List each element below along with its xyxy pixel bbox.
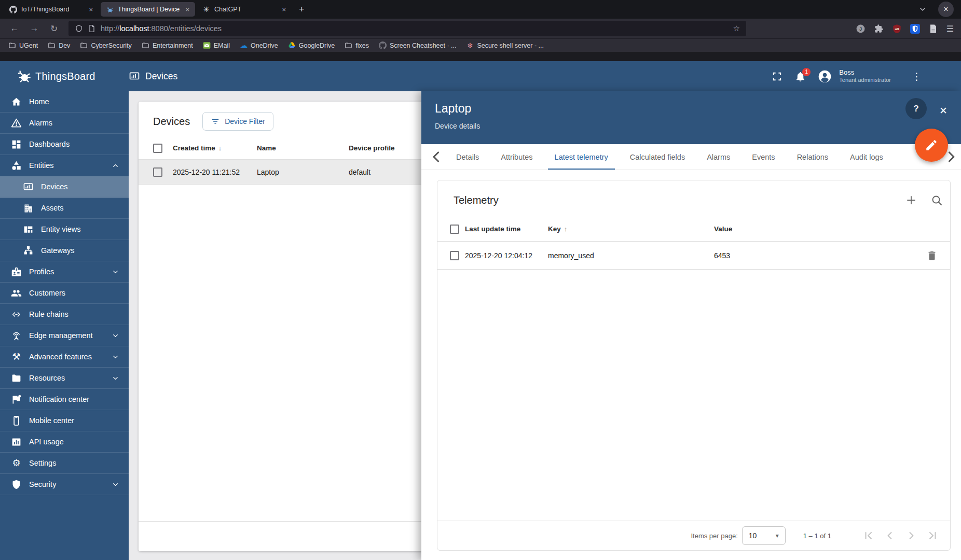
bookmark-folder-ugent[interactable]: UGent bbox=[8, 41, 38, 49]
new-tab-button[interactable]: + bbox=[293, 4, 311, 15]
sidebar-item-resources[interactable]: Resources bbox=[0, 368, 129, 389]
sidebar-item-entities[interactable]: Entities bbox=[0, 155, 129, 176]
sidebar-item-edge-management[interactable]: Edge management bbox=[0, 325, 129, 346]
help-button[interactable]: ? bbox=[905, 98, 927, 119]
close-details-button[interactable]: ✕ bbox=[939, 105, 948, 117]
column-created-time[interactable]: Created time↓ bbox=[173, 144, 257, 152]
chevron-down-icon bbox=[112, 353, 119, 361]
tab-events[interactable]: Events bbox=[741, 144, 786, 170]
menu-hamburger-icon[interactable]: ☰ bbox=[946, 24, 954, 34]
notifications-button[interactable]: 1 bbox=[794, 71, 806, 82]
tabs-scroll-left-icon[interactable] bbox=[428, 144, 445, 170]
sort-asc-icon: ↑ bbox=[564, 225, 568, 233]
chatgpt-favicon-icon: ✳ bbox=[202, 6, 210, 13]
first-page-button[interactable] bbox=[862, 529, 875, 542]
bookmark-email[interactable]: EMail bbox=[203, 41, 230, 49]
app-header: ThingsBoard Devices 1 Boss Tenant admini… bbox=[0, 61, 961, 91]
browser-tab-chatgpt[interactable]: ✳ ChatGPT × bbox=[197, 2, 292, 17]
notes-document-icon[interactable] bbox=[928, 24, 938, 34]
sidebar-item-home[interactable]: Home bbox=[0, 91, 129, 113]
tab-relations[interactable]: Relations bbox=[786, 144, 839, 170]
tab-close-icon[interactable]: × bbox=[87, 6, 94, 13]
folder-icon bbox=[48, 41, 56, 49]
sidebar-item-assets[interactable]: Assets bbox=[0, 198, 129, 219]
bookmark-folder-entertainment[interactable]: Entertainment bbox=[142, 41, 193, 49]
brand-name: ThingsBoard bbox=[35, 71, 95, 82]
column-last-update-time[interactable]: Last update time bbox=[465, 225, 548, 233]
sidebar-item-gateways[interactable]: Gateways bbox=[0, 240, 129, 261]
tracking-protection-shield-icon[interactable] bbox=[75, 24, 83, 33]
delete-telemetry-button[interactable] bbox=[926, 250, 938, 261]
sidebar-item-devices[interactable]: Devices bbox=[0, 176, 129, 198]
device-filter-button[interactable]: Device Filter bbox=[202, 112, 273, 131]
more-menu-icon[interactable]: ⋮ bbox=[902, 71, 922, 82]
sidebar-item-profiles[interactable]: Profiles bbox=[0, 261, 129, 283]
tab-calculated-fields[interactable]: Calculated fields bbox=[619, 144, 696, 170]
reload-button[interactable]: ↻ bbox=[47, 23, 61, 34]
column-name[interactable]: Name bbox=[257, 144, 349, 152]
tab-latest-telemetry[interactable]: Latest telemetry bbox=[544, 144, 619, 170]
window-close-button[interactable]: × bbox=[938, 2, 954, 17]
bookmark-onedrive[interactable]: ☁OneDrive bbox=[240, 41, 278, 49]
github-icon bbox=[379, 41, 387, 49]
extensions-puzzle-icon[interactable] bbox=[874, 24, 884, 34]
previous-page-button[interactable] bbox=[884, 529, 896, 542]
sidebar-item-dashboards[interactable]: Dashboards bbox=[0, 134, 129, 155]
page-info-icon[interactable] bbox=[88, 24, 96, 33]
bitwarden-icon[interactable] bbox=[910, 24, 920, 34]
select-all-checkbox[interactable] bbox=[153, 144, 162, 153]
browser-tab-iot-thingsboard[interactable]: IoT/ThingsBoard × bbox=[4, 2, 99, 17]
tab-close-icon[interactable]: × bbox=[184, 6, 191, 13]
sidebar-item-customers[interactable]: Customers bbox=[0, 283, 129, 304]
add-telemetry-button[interactable] bbox=[905, 194, 917, 206]
column-value[interactable]: Value bbox=[714, 225, 950, 233]
bookmark-folder-fixes[interactable]: fixes bbox=[345, 41, 369, 49]
svg-text:uO: uO bbox=[895, 27, 899, 30]
next-page-button[interactable] bbox=[905, 529, 917, 542]
sidebar-item-alarms[interactable]: Alarms bbox=[0, 113, 129, 134]
edit-device-fab[interactable] bbox=[915, 129, 948, 162]
row-checkbox[interactable] bbox=[450, 251, 459, 260]
tab-attributes[interactable]: Attributes bbox=[490, 144, 543, 170]
browser-tab-thingsboard-devices[interactable]: ThingsBoard | Devices × bbox=[101, 2, 195, 17]
url-bar[interactable]: http://localhost:8080/entities/devices ☆ bbox=[68, 21, 746, 36]
column-key[interactable]: Key↑ bbox=[548, 225, 714, 233]
flag-icon bbox=[11, 394, 22, 405]
tab-details[interactable]: Details bbox=[445, 144, 490, 170]
sidebar-item-security[interactable]: Security bbox=[0, 474, 129, 495]
select-all-checkbox[interactable] bbox=[450, 225, 459, 234]
details-subtitle: Device details bbox=[435, 122, 961, 130]
last-page-button[interactable] bbox=[926, 529, 939, 542]
forward-button[interactable]: → bbox=[27, 23, 42, 34]
search-icon[interactable] bbox=[930, 194, 943, 206]
user-info[interactable]: Boss Tenant administrator bbox=[839, 68, 891, 84]
sidebar-item-mobile-center[interactable]: Mobile center bbox=[0, 410, 129, 431]
sidebar-item-notification-center[interactable]: Notification center bbox=[0, 389, 129, 410]
sidebar-item-rule-chains[interactable]: Rule chains bbox=[0, 304, 129, 325]
sidebar-item-entity-views[interactable]: Entity views bbox=[0, 219, 129, 240]
tab-audit-logs[interactable]: Audit logs bbox=[839, 144, 894, 170]
ublock-origin-icon[interactable]: uO bbox=[892, 24, 902, 34]
telemetry-card: Telemetry Last update time Key↑ Value bbox=[437, 180, 951, 551]
people-icon bbox=[11, 288, 22, 299]
list-all-tabs-chevron-icon[interactable] bbox=[918, 5, 927, 13]
bookmark-googledrive[interactable]: GoogleDrive bbox=[288, 41, 335, 49]
bookmark-secure-shell-server[interactable]: ❄Secure shell server - ... bbox=[466, 41, 544, 49]
sidebar-item-settings[interactable]: ⚙Settings bbox=[0, 453, 129, 474]
sidebar-item-api-usage[interactable]: API usage bbox=[0, 431, 129, 453]
tab-alarms[interactable]: Alarms bbox=[696, 144, 741, 170]
bookmark-screen-cheatsheet[interactable]: Screen Cheatsheet · ... bbox=[379, 41, 457, 49]
row-checkbox[interactable] bbox=[153, 167, 162, 177]
page-size-select[interactable]: 10 ▾ bbox=[742, 526, 786, 545]
account-j-icon[interactable]: J bbox=[856, 24, 866, 34]
telemetry-row-memory-used[interactable]: 2025-12-20 12:04:12 memory_used 6453 bbox=[437, 242, 950, 270]
bookmark-folder-cybersecurity[interactable]: CyberSecurity bbox=[80, 41, 132, 49]
fullscreen-button[interactable] bbox=[771, 71, 783, 82]
url-text[interactable]: http://localhost:8080/entities/devices bbox=[101, 24, 729, 33]
back-button[interactable]: ← bbox=[7, 23, 22, 34]
tab-close-icon[interactable]: × bbox=[280, 6, 287, 13]
user-avatar[interactable] bbox=[818, 69, 832, 83]
bookmark-folder-dev[interactable]: Dev bbox=[48, 41, 70, 49]
bookmark-star-icon[interactable]: ☆ bbox=[733, 24, 740, 33]
sidebar-item-advanced-features[interactable]: ⚒Advanced features bbox=[0, 346, 129, 368]
